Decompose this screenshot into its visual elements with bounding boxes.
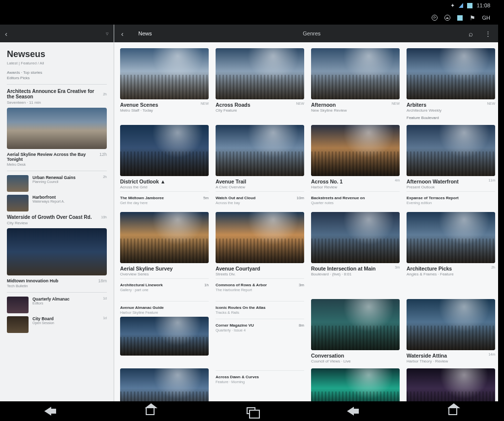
card-subtitle: City Feature: [216, 108, 304, 113]
content-card[interactable]: Aerial Skyline SurveyOverview SeriesArch…: [120, 212, 209, 294]
card-thumb: [311, 125, 400, 176]
content-card[interactable]: Route Intersection at Main3mBoulevard · …: [311, 212, 400, 294]
card-title: Aerial Skyline Survey: [120, 266, 173, 272]
card-text-row[interactable]: Architectural Linework1hGallery · part o…: [120, 278, 209, 294]
sidebar-feature-thumb[interactable]: [7, 108, 107, 149]
sidebar-story-2[interactable]: Waterside of Growth Over Coast Rd.10h: [7, 214, 107, 220]
card-subtitle: New Skyline Review: [311, 108, 400, 113]
drawer-icon[interactable]: ‹: [121, 30, 124, 38]
content-card[interactable]: Cascade LINEHarbor Quay · Feature: [311, 368, 400, 401]
card-title: Avenue Trail: [216, 179, 246, 185]
content-card[interactable]: Across No. 14mHarbor ReviewBackstreets a…: [311, 125, 400, 207]
card-text-row[interactable]: Watch Out and Cloud10mAcross the bay: [216, 191, 304, 207]
search-icon[interactable]: ⌕: [469, 30, 473, 38]
card-badge: 3m: [395, 266, 400, 269]
content-card[interactable]: Afternoon Waterfront11mPresent OutlookEx…: [407, 125, 495, 207]
card-thumb: [407, 125, 495, 176]
clock: 11:08: [476, 2, 490, 8]
sidebar-story-1-sub: Seventeen · 11 min: [7, 100, 107, 105]
card-thumb: [216, 212, 304, 263]
content-card[interactable]: Auditorium UnmannedReplica Trade Winter …: [407, 368, 495, 401]
sidebar-row-3[interactable]: Quarterly AlmanacEditors 1d: [7, 297, 107, 313]
card-text-row[interactable]: Iconic Routes On the AtlasTracks & Rails: [216, 301, 304, 317]
card-thumb: [216, 48, 304, 99]
content-card[interactable]: AfternoonNEWNew Skyline Review: [311, 48, 400, 120]
tab-news[interactable]: News: [135, 30, 155, 36]
card-subtitle: Council of Views · Live: [311, 359, 400, 363]
bluetooth-icon: ✦: [450, 2, 455, 9]
content-card[interactable]: ArbitersNEWArchitecture WeeklyFeature Bo…: [407, 48, 495, 120]
card-subtitle: Metro Staff · Today: [120, 108, 209, 113]
card-title: Architecture Picks: [407, 266, 452, 272]
content-card[interactable]: ConversationCouncil of Views · Live: [311, 299, 400, 363]
filter-icon[interactable]: ▿: [106, 30, 109, 37]
card-thumb: [311, 48, 400, 99]
sidebar-story-1[interactable]: Architects Announce Era Creative for the…: [7, 89, 107, 99]
back-icon[interactable]: ‹: [5, 30, 7, 38]
sidebar-feature-2-title[interactable]: Midtown Innovation Hub18m: [7, 278, 107, 283]
card-text-row[interactable]: Across Dawn & CurvesFeature · Morning: [216, 370, 304, 386]
card-title: Across No. 1: [311, 179, 343, 185]
card-text-row[interactable]: Expanse of Terraces ReportEvening editio…: [407, 191, 495, 207]
grid-scroll[interactable]: Avenue ScenesNEWMetro Staff · TodayAcros…: [114, 42, 498, 401]
thumb-icon: [7, 316, 29, 333]
card-subtitle: A Civic Overview: [216, 185, 304, 189]
card-title: Avenue Courtyard: [216, 266, 260, 272]
nav-recent-button[interactable]: [245, 406, 259, 416]
card-title: Avenue Scenes: [120, 102, 158, 108]
card-badge: 4m: [395, 179, 400, 182]
divider: [7, 292, 107, 293]
card-badge: NEW: [296, 102, 304, 105]
tab-genres[interactable]: Genres: [300, 30, 323, 36]
indicator-icon: [457, 15, 463, 21]
card-text-row[interactable]: The Midtown Jamboree5mGet the day here: [120, 191, 209, 207]
content-card[interactable]: Across RoadsNEWCity Feature: [216, 48, 304, 120]
card-text-row[interactable]: Commons of Rows & Arbor3mThe Harborline …: [216, 278, 304, 294]
sidebar: ‹ ▿ Newseus Latest | Featured / All Awar…: [0, 25, 114, 401]
sidebar-row-4[interactable]: City BoardOpen Session 1d: [7, 316, 107, 333]
sidebar-story-2-sub: City Review: [7, 221, 107, 225]
card-subtitle: Overview Series: [120, 272, 209, 276]
thumb-icon: [7, 297, 29, 313]
sidebar-row-2[interactable]: HarborfrontWaterways Report A.: [7, 195, 107, 211]
sync-icon: ⟳: [432, 15, 438, 21]
card-title: Waterside Attina: [407, 353, 447, 359]
content-card[interactable]: Waterside Attina14mHarbor Theory · Revie…: [407, 299, 495, 363]
main-panel: ‹ News Genres ⌕ ⋮ Avenue ScenesNEWMetro …: [114, 25, 498, 401]
sidebar-row-1[interactable]: Urban Renewal GainsPlanning Council 2h: [7, 175, 107, 192]
sidebar-feature-thumb-2[interactable]: [7, 228, 107, 275]
card-thumb: [120, 368, 209, 401]
nav-back-button[interactable]: [346, 406, 360, 416]
nav-home-button[interactable]: [144, 406, 158, 416]
content-card[interactable]: Avenue Almanac GuideHarbor Skyline Featu…: [120, 299, 209, 363]
sidebar-feature-sub: Metro Desk: [7, 162, 107, 167]
card-text-row[interactable]: Avenue Almanac GuideHarbor Skyline Featu…: [120, 301, 209, 317]
overflow-icon[interactable]: ⋮: [485, 30, 491, 37]
content-card[interactable]: Architecture Picks2hAngles & Frames · Fe…: [407, 212, 495, 294]
nav-back-button[interactable]: [43, 406, 58, 416]
statusbar-top: ✦ 11:08: [0, 0, 504, 11]
divider: [7, 171, 107, 171]
nav-home-button[interactable]: [446, 406, 461, 416]
content-card[interactable]: Avenue & Attendant Guide: [120, 368, 209, 401]
sidebar-meta-2: Editors Picks: [7, 76, 107, 80]
content-card[interactable]: Avenue CourtyardStreets Div.Commons of R…: [216, 212, 304, 294]
card-text-row[interactable]: Backstreets and Revenue onQuarter notes: [311, 191, 400, 207]
card-thumb: [407, 212, 495, 263]
sidebar-feature-title[interactable]: Aerial Skyline Review Across the Bay Ton…: [7, 152, 107, 162]
card-text-row[interactable]: Corner Magazine VU8mQuarterly · Issue 4: [216, 319, 304, 334]
content-card[interactable]: Iconic Routes On the AtlasTracks & Rails…: [216, 299, 304, 363]
card-thumb: [216, 125, 304, 176]
carrier-label: GH: [482, 15, 491, 21]
card-title: Across Roads: [216, 102, 251, 108]
content-card[interactable]: Avenue TrailA Civic OverviewWatch Out an…: [216, 125, 304, 207]
card-thumb: [311, 368, 400, 401]
card-subtitle: Harbor Theory · Review: [407, 359, 495, 363]
content-card[interactable]: Across Dawn & CurvesFeature · Morning: [216, 368, 304, 401]
card-thumb: [311, 212, 400, 263]
content-card[interactable]: District Outlook ▲Across the GridThe Mid…: [120, 125, 209, 207]
card-title: District Outlook ▲: [120, 179, 165, 185]
sidebar-subtitle: Latest | Featured / All: [7, 61, 107, 65]
content-card[interactable]: Avenue ScenesNEWMetro Staff · Today: [120, 48, 209, 120]
card-subtitle: Angles & Frames · Feature: [407, 272, 495, 276]
